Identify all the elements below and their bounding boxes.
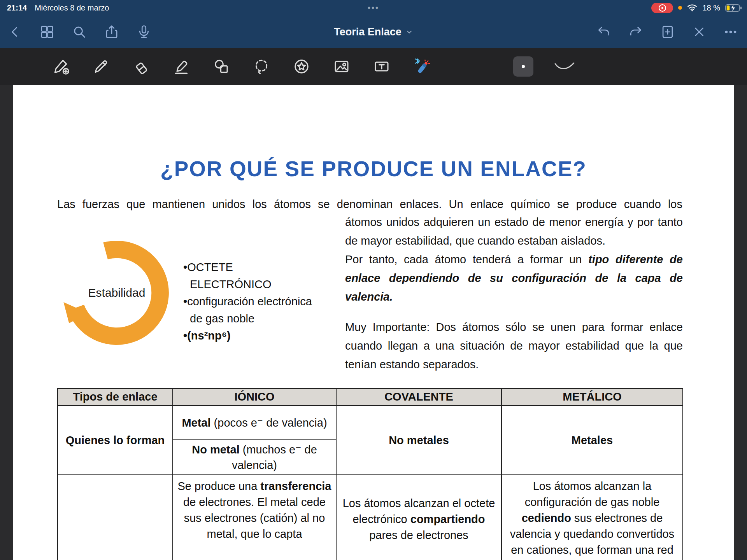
eraser-tool[interactable] <box>132 58 150 75</box>
pen-icon <box>93 58 110 75</box>
zoom-writing-tool[interactable] <box>52 58 70 75</box>
highlighter-icon <box>173 58 190 75</box>
cell-covalente-quienes: No metales <box>336 406 502 475</box>
important-paragraph: Muy Importante: Dos átomos sólo se unen … <box>345 318 683 374</box>
lasso-icon <box>253 58 270 75</box>
add-page-button[interactable] <box>660 24 675 39</box>
stability-cycle-figure: Estabilidad <box>62 238 172 348</box>
screen-recording-indicator[interactable] <box>651 3 673 13</box>
record-icon <box>659 4 666 12</box>
cell-metalico-quienes: Metales <box>502 406 683 475</box>
multitask-dots-icon: ••• <box>0 4 747 12</box>
bond-types-table: Tipos de enlace IÓNICO COVALENTE METÁLIC… <box>57 388 683 560</box>
header-ionico: IÓNICO <box>173 388 336 406</box>
highlighter-tool[interactable] <box>172 58 190 75</box>
stickers-tool[interactable] <box>293 58 310 75</box>
header-metalico: METÁLICO <box>502 388 683 406</box>
intro-paragraph-line1: Las fuerzas que mantienen unidos los áto… <box>57 195 682 214</box>
battery-charging-icon <box>725 4 742 12</box>
close-toolbar-button[interactable] <box>692 25 706 39</box>
stability-label: Estabilidad <box>62 238 172 348</box>
wifi-icon <box>687 4 697 12</box>
row-label-como: Cómo lo forman <box>58 475 173 560</box>
redo-icon <box>628 24 643 39</box>
bullet-configuracion: •configuración electrónica de gas noble <box>183 293 317 327</box>
shapes-icon <box>213 58 230 75</box>
pen-toolbar <box>0 48 747 85</box>
cell-metalico-como: Los átomos alcanzan la configuración de … <box>502 475 683 560</box>
lasso-tool[interactable] <box>253 58 270 75</box>
table-header-row: Tipos de enlace IÓNICO COVALENTE METÁLIC… <box>58 388 683 406</box>
undo-button[interactable] <box>596 24 611 39</box>
ipad-screen: 21:14 Miércoles 8 de marzo ••• 18 % <box>0 0 747 560</box>
valence-paragraph: Por tanto, cada átomo tenderá a formar u… <box>345 250 683 306</box>
body-text-column: átomos unidos adquieren un estado de men… <box>345 213 683 374</box>
eraser-icon <box>133 58 150 75</box>
chevron-down-icon <box>405 28 413 36</box>
laser-pointer-icon <box>413 58 430 75</box>
more-button[interactable] <box>723 24 738 39</box>
cell-ionico-metal: Metal (pocos e⁻ de valencia) <box>173 406 336 440</box>
laser-pointer-tool[interactable] <box>413 58 431 75</box>
stroke-style-sample[interactable] <box>554 60 575 75</box>
stroke-thickness-selector[interactable] <box>513 56 533 77</box>
cell-ionico-nometal: No metal (muchos e⁻ de valencia) <box>173 440 336 475</box>
octet-bullet-list: •OCTETE ELECTRÓNICO •configuración elect… <box>183 259 317 344</box>
intro-paragraph-rest: átomos unidos adquieren un estado de men… <box>345 213 683 250</box>
shapes-tool[interactable] <box>212 58 230 75</box>
star-stamp-icon <box>293 58 310 75</box>
cell-ionico-como: Se produce una transferencia de electron… <box>173 475 336 560</box>
header-covalente: COVALENTE <box>336 388 502 406</box>
bullet-nsnp: •(ns²np⁶) <box>183 327 317 344</box>
more-ellipsis-icon <box>723 24 738 39</box>
undo-icon <box>596 24 611 39</box>
document-title: Teoria Enlace <box>334 26 402 38</box>
text-tool[interactable] <box>373 58 391 75</box>
canvas-area: ¿POR QUÉ SE PRODUCE UN ENLACE? Las fuerz… <box>0 85 747 560</box>
navigation-bar: Teoria Enlace <box>0 16 747 48</box>
pen-tool[interactable] <box>92 58 110 75</box>
stroke-dot-icon <box>522 65 525 68</box>
image-icon <box>333 58 350 75</box>
table-row-quienes: Quienes lo forman Metal (pocos e⁻ de val… <box>58 406 683 440</box>
battery-percent: 18 % <box>702 4 720 12</box>
table-row-como: Cómo lo forman Se produce una transferen… <box>58 475 683 560</box>
header-tipos: Tipos de enlace <box>58 388 173 406</box>
notebook-page[interactable]: ¿POR QUÉ SE PRODUCE UN ENLACE? Las fuerz… <box>13 85 734 560</box>
close-x-icon <box>692 25 706 39</box>
redo-button[interactable] <box>628 24 643 39</box>
image-tool[interactable] <box>333 58 351 75</box>
add-page-icon <box>660 24 675 39</box>
page-title: ¿POR QUÉ SE PRODUCE UN ENLACE? <box>13 156 734 181</box>
row-label-quienes: Quienes lo forman <box>58 406 173 475</box>
zoom-pen-icon <box>53 58 70 75</box>
bullet-octete: •OCTETE ELECTRÓNICO <box>183 259 317 293</box>
mic-in-use-indicator-icon <box>678 6 682 10</box>
cell-covalente-como: Los átomos alcanzan el octete electrónic… <box>336 475 502 560</box>
text-box-icon <box>373 58 390 75</box>
curve-stroke-icon <box>554 60 575 73</box>
status-bar: 21:14 Miércoles 8 de marzo ••• 18 % <box>0 0 747 16</box>
